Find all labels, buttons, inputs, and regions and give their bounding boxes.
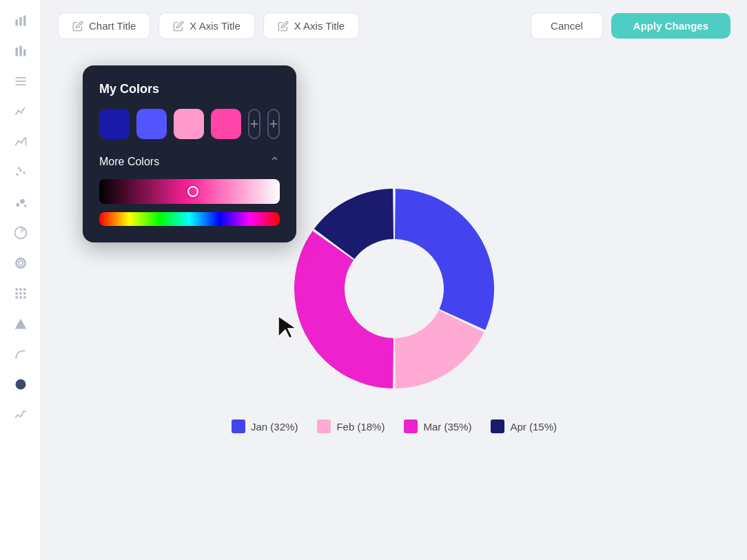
donut-seg-mar xyxy=(294,231,393,388)
svg-point-13 xyxy=(16,203,19,207)
svg-rect-21 xyxy=(23,289,25,291)
toolbar: Chart Title X Axis Title X Axis Title Ca… xyxy=(41,0,747,52)
swatch-medium-blue[interactable] xyxy=(136,109,167,139)
sidebar-icon-grid[interactable] xyxy=(8,281,33,306)
chart-legend: Jan (32%) Feb (18%) Mar (35%) Apr (15%) xyxy=(232,419,557,433)
sidebar-icon-donut[interactable] xyxy=(8,251,33,276)
sidebar-icon-circle-active[interactable] xyxy=(8,372,33,397)
svg-rect-26 xyxy=(19,296,21,298)
sidebar-icon-bubble[interactable] xyxy=(8,190,33,215)
svg-point-10 xyxy=(19,169,21,172)
legend-label-feb: Feb (18%) xyxy=(336,421,385,433)
x-axis-title-button[interactable]: X Axis Title xyxy=(158,12,254,39)
chart-title-button[interactable]: Chart Title xyxy=(58,12,150,39)
svg-rect-25 xyxy=(15,296,17,298)
svg-point-18 xyxy=(18,261,23,266)
legend-label-mar: Mar (35%) xyxy=(423,421,471,433)
legend-item-apr: Apr (15%) xyxy=(491,419,557,433)
x-axis-title2-label: X Axis Title xyxy=(294,20,345,32)
chart-title-label: Chart Title xyxy=(89,20,136,32)
svg-point-12 xyxy=(17,167,19,169)
sidebar-icon-line[interactable] xyxy=(8,99,33,124)
svg-rect-4 xyxy=(19,46,21,56)
legend-item-mar: Mar (35%) xyxy=(404,419,471,433)
svg-rect-5 xyxy=(23,50,25,56)
svg-rect-1 xyxy=(19,17,21,26)
x-axis-title-label: X Axis Title xyxy=(190,20,240,32)
legend-label-apr: Apr (15%) xyxy=(510,421,557,433)
sidebar-icon-bar[interactable] xyxy=(8,8,33,33)
swatch-add-1[interactable]: + xyxy=(248,109,260,139)
gradient-picker-handle[interactable] xyxy=(187,186,198,197)
svg-rect-19 xyxy=(15,289,17,291)
svg-rect-3 xyxy=(15,48,17,56)
color-swatches: + + xyxy=(99,109,280,139)
cancel-button[interactable]: Cancel xyxy=(531,12,603,39)
svg-point-9 xyxy=(16,174,18,176)
sidebar-icon-bar2[interactable] xyxy=(8,39,33,63)
sidebar-icon-list[interactable] xyxy=(8,69,33,94)
legend-item-feb: Feb (18%) xyxy=(317,419,385,433)
legend-dot-apr xyxy=(491,419,504,433)
sidebar-icon-arc[interactable] xyxy=(8,342,33,366)
sidebar-icon-triangle[interactable] xyxy=(8,311,33,336)
svg-point-17 xyxy=(16,258,25,267)
x-axis-title2-button[interactable]: X Axis Title xyxy=(263,12,359,39)
svg-point-14 xyxy=(20,199,25,204)
svg-rect-23 xyxy=(19,292,21,294)
donut-seg-jan xyxy=(395,189,494,330)
picker-title: My Colors xyxy=(99,82,280,96)
legend-item-jan: Jan (32%) xyxy=(232,419,298,433)
more-colors-label: More Colors xyxy=(99,156,159,168)
legend-label-jan: Jan (32%) xyxy=(251,421,298,433)
swatch-hot-pink[interactable] xyxy=(211,109,241,139)
chart-area: My Colors + + More Colors ⌃ xyxy=(41,52,747,560)
swatch-add-2[interactable]: + xyxy=(267,109,280,139)
legend-dot-mar xyxy=(404,419,418,433)
sidebar-icon-scatter[interactable] xyxy=(8,160,33,185)
pencil-icon xyxy=(72,21,83,32)
more-colors-header: More Colors ⌃ xyxy=(99,154,280,169)
apply-button[interactable]: Apply Changes xyxy=(611,13,730,39)
svg-point-15 xyxy=(24,205,26,207)
svg-rect-20 xyxy=(19,289,21,291)
swatch-light-pink[interactable] xyxy=(174,109,204,139)
main-content: Chart Title X Axis Title X Axis Title Ca… xyxy=(41,0,747,560)
pencil-icon2 xyxy=(173,21,184,32)
svg-point-11 xyxy=(23,172,25,174)
svg-point-29 xyxy=(15,380,25,390)
svg-rect-2 xyxy=(23,16,25,26)
svg-rect-0 xyxy=(15,19,17,25)
pencil-icon3 xyxy=(278,21,289,32)
chevron-up-button[interactable]: ⌃ xyxy=(269,154,280,169)
sidebar-icon-wave[interactable] xyxy=(8,402,33,427)
svg-rect-24 xyxy=(23,292,25,294)
svg-rect-22 xyxy=(15,292,17,294)
color-picker-popup: My Colors + + More Colors ⌃ xyxy=(83,65,296,242)
gradient-saturation-bar[interactable] xyxy=(99,179,280,204)
hue-bar[interactable] xyxy=(99,212,280,226)
sidebar-icon-area[interactable] xyxy=(8,129,33,154)
sidebar-icon-pie[interactable] xyxy=(8,220,33,245)
legend-dot-feb xyxy=(317,419,331,433)
legend-dot-jan xyxy=(232,419,245,433)
sidebar xyxy=(0,0,41,560)
swatch-dark-blue[interactable] xyxy=(99,109,130,139)
svg-marker-28 xyxy=(14,319,26,329)
svg-rect-27 xyxy=(23,296,25,298)
